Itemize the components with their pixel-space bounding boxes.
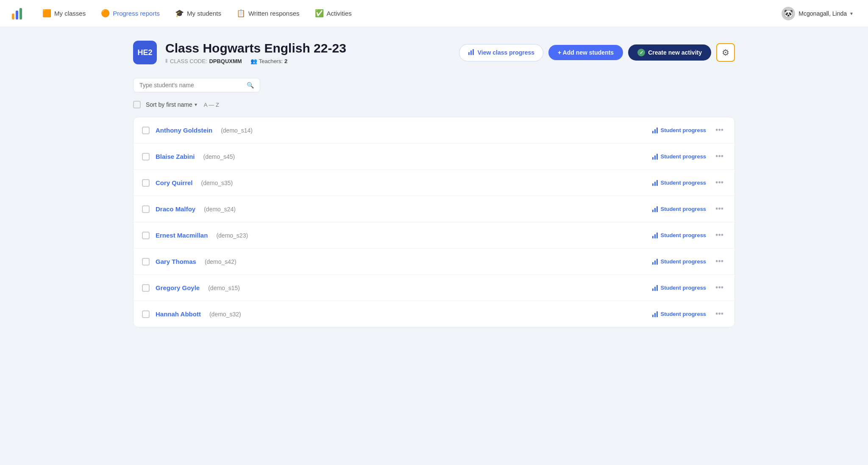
check-icon: ✓ [637,49,645,56]
more-options-button[interactable]: ••• [713,125,726,136]
bars-icon [652,259,658,265]
student-row-actions: Student progress ••• [652,125,726,136]
student-row-actions: Student progress ••• [652,282,726,293]
table-row: Gary Thomas (demo_s42) Student progress … [134,249,734,275]
class-teachers: 👥 Teachers: 2 [250,58,288,64]
more-options-button[interactable]: ••• [713,282,726,293]
student-row-actions: Student progress ••• [652,204,726,214]
student-name-link[interactable]: Hannah Abbott [156,310,201,318]
written-responses-icon: 📋 [236,9,245,18]
svg-rect-0 [12,14,14,19]
ellipsis-icon: ••• [715,205,723,213]
username: Mcgonagall, Linda [798,10,847,17]
more-options-button[interactable]: ••• [713,204,726,214]
bars-icon [652,233,658,238]
nav-item-activities[interactable]: ✅Activities [308,6,359,21]
sort-row: Sort by first name ▾ A — Z [133,101,735,113]
select-all-checkbox[interactable] [133,101,141,108]
student-name-link[interactable]: Anthony Goldstein [156,127,212,134]
student-progress-button[interactable]: Student progress [652,206,706,212]
student-checkbox-2[interactable] [142,179,150,187]
student-name-link[interactable]: Cory Quirrel [156,179,193,186]
nav-item-written-responses[interactable]: 📋Written responses [230,6,306,21]
bars-icon [652,206,658,212]
student-name-link[interactable]: Gary Thomas [156,258,196,265]
my-students-icon: 🎓 [175,9,184,18]
my-classes-icon: 🟧 [42,9,51,18]
nav-item-my-students[interactable]: 🎓My students [168,6,228,21]
more-options-button[interactable]: ••• [713,309,726,319]
bar-chart-icon [468,49,475,57]
student-checkbox-1[interactable] [142,153,150,161]
class-code-label: CLASS CODE: [170,58,207,64]
student-progress-button[interactable]: Student progress [652,285,706,291]
view-class-progress-button[interactable]: View class progress [459,44,543,61]
student-checkbox-7[interactable] [142,310,150,318]
class-header: HE2 Class Hogwarts English 22-23 ⦀ CLASS… [133,41,735,64]
table-row: Hannah Abbott (demo_s32) Student progres… [134,301,734,327]
student-name-link[interactable]: Blaise Zabini [156,153,195,160]
student-row-actions: Student progress ••• [652,177,726,188]
class-code: ⦀ CLASS CODE: DPBQUXMM [165,58,242,64]
table-row: Ernest Macmillan (demo_s23) Student prog… [134,222,734,249]
activities-icon: ✅ [315,9,324,18]
student-progress-button[interactable]: Student progress [652,180,706,186]
student-list: Anthony Goldstein (demo_s14) Student pro… [133,117,735,327]
student-id: (demo_s15) [208,285,240,291]
student-row-actions: Student progress ••• [652,309,726,319]
student-progress-button[interactable]: Student progress [652,127,706,133]
svg-rect-3 [468,52,470,55]
search-bar: 🔍 [133,78,260,92]
student-checkbox-6[interactable] [142,284,150,292]
student-checkbox-0[interactable] [142,127,150,134]
svg-rect-2 [19,8,22,19]
student-progress-button[interactable]: Student progress [652,258,706,265]
student-checkbox-4[interactable] [142,232,150,239]
user-menu[interactable]: 🐼 Mcgonagall, Linda ▾ [776,4,858,23]
student-name-link[interactable]: Gregory Goyle [156,284,200,291]
navbar: 🟧My classes🟠Progress reports🎓My students… [0,0,868,27]
ellipsis-icon: ••• [715,178,723,187]
more-options-button[interactable]: ••• [713,256,726,267]
teachers-icon: 👥 [250,58,257,64]
student-id: (demo_s24) [204,206,236,213]
add-new-students-button[interactable]: + Add new students [548,45,623,60]
class-code-value: DPBQUXMM [209,58,242,64]
create-new-activity-button[interactable]: ✓ Create new activity [628,44,711,61]
student-row-actions: Student progress ••• [652,256,726,267]
bars-icon [652,285,658,291]
student-progress-button[interactable]: Student progress [652,153,706,160]
student-id: (demo_s14) [221,127,253,134]
sort-direction: A — Z [204,102,219,108]
student-progress-button[interactable]: Student progress [652,232,706,238]
nav-item-progress-reports[interactable]: 🟠Progress reports [94,6,167,21]
sort-label[interactable]: Sort by first name ▾ [146,101,197,108]
student-name-link[interactable]: Draco Malfoy [156,205,195,213]
more-options-button[interactable]: ••• [713,230,726,241]
student-id: (demo_s42) [205,258,236,265]
student-checkbox-5[interactable] [142,258,150,266]
teachers-count: 2 [284,58,287,64]
table-row: Anthony Goldstein (demo_s14) Student pro… [134,117,734,144]
avatar: 🐼 [782,7,795,20]
sort-chevron-icon: ▾ [195,102,197,108]
nav-item-my-classes[interactable]: 🟧My classes [36,6,92,21]
bars-icon [652,180,658,186]
app-logo[interactable] [10,6,25,21]
settings-button[interactable]: ⚙ [716,43,735,62]
ellipsis-icon: ••• [715,126,723,135]
more-options-button[interactable]: ••• [713,151,726,162]
student-progress-button[interactable]: Student progress [652,311,706,317]
student-id: (demo_s23) [216,232,248,239]
more-options-button[interactable]: ••• [713,177,726,188]
gear-icon: ⚙ [722,47,729,58]
ellipsis-icon: ••• [715,152,723,161]
student-checkbox-3[interactable] [142,205,150,213]
class-title: Class Hogwarts English 22-23 [165,41,451,56]
table-row: Cory Quirrel (demo_s35) Student progress… [134,170,734,196]
student-name-link[interactable]: Ernest Macmillan [156,232,208,239]
search-input[interactable] [139,82,243,89]
bars-icon [652,154,658,160]
class-actions: View class progress + Add new students ✓… [459,43,735,62]
svg-rect-4 [470,50,472,55]
